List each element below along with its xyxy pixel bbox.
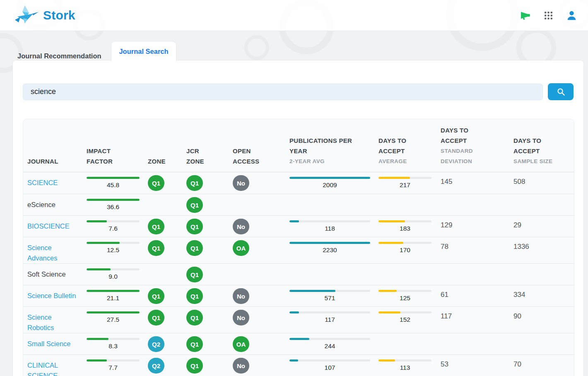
publications-cell: 117 [285, 307, 374, 333]
publications-bar-fill [289, 177, 370, 179]
days-to-accept-value: 113 [378, 364, 431, 371]
impact-factor-bar: 8.3 [87, 333, 140, 350]
zone-badge: Q2 [148, 358, 164, 374]
sample-size-value: 508 [513, 172, 572, 186]
days-std-value: 129 [441, 216, 507, 229]
publications-bar-track [289, 311, 370, 313]
journal-link[interactable]: Science Bulletin [27, 285, 80, 301]
days-to-accept-bar-fill [378, 177, 410, 179]
open-access-cell: No [229, 172, 285, 194]
tab-journal-recommendation[interactable]: Journal Recommendation [17, 52, 101, 60]
open-access-badge: No [233, 288, 249, 304]
impact-factor-bar: 45.8 [87, 172, 140, 189]
publications-bar-fill [289, 311, 299, 313]
search-button[interactable] [548, 83, 574, 100]
impact-factor-bar-track [87, 199, 140, 201]
brand[interactable]: Stork [15, 5, 75, 26]
impact-factor-bar: 36.6 [87, 194, 140, 211]
table-row: BIOSCIENCE7.6Q1Q1No11818312929 [23, 215, 574, 237]
jcr-zone-badge: Q1 [186, 288, 203, 304]
open-access-badge: No [233, 310, 249, 325]
publications-bar: 107 [289, 355, 370, 371]
publications-cell: 118 [285, 216, 374, 237]
account-icon[interactable] [566, 10, 577, 21]
days-to-accept-bar: 152 [378, 307, 431, 323]
table-row: CLINICALSCIENCE7.7Q2Q1No1071135370 [23, 354, 574, 376]
impact-factor-cell: 36.6 [82, 194, 144, 215]
impact-factor-bar-track [87, 220, 140, 222]
impact-factor-cell: 9.0 [82, 264, 144, 285]
days-std-value: 53 [441, 355, 507, 369]
impact-factor-bar-track [87, 290, 140, 292]
megaphone-icon[interactable] [519, 10, 531, 21]
column-header-days-to-accept-average: DAYS TO ACCEPT AVERAGE [374, 119, 436, 172]
topbar-icons [519, 10, 581, 21]
days-to-accept-bar-track [378, 290, 431, 292]
journal-name-line: SCIENCE [27, 371, 80, 376]
sample-size-value: 90 [513, 307, 572, 321]
journal-name-line: Advances [27, 253, 80, 263]
journal-link[interactable]: CLINICALSCIENCE [27, 355, 80, 376]
publications-bar: 2230 [289, 237, 370, 254]
sample-size-cell [509, 264, 574, 285]
journal-link[interactable]: BIOSCIENCE [27, 216, 80, 231]
days-std-cell: 53 [436, 355, 509, 376]
publications-bar-track [289, 220, 370, 222]
journal-link[interactable]: ScienceRobotics [27, 307, 80, 333]
impact-factor-bar: 7.6 [87, 216, 140, 232]
days-to-accept-value: 170 [378, 246, 431, 254]
open-access-badge: OA [233, 240, 249, 256]
journal-name-line: Small Science [27, 339, 80, 349]
table-row: eScience36.6Q1 [23, 194, 574, 215]
days-to-accept-value: 217 [378, 181, 431, 189]
zone-badge: Q2 [148, 336, 164, 352]
journal-cell: eScience [23, 194, 82, 215]
days-to-accept-bar: 125 [378, 285, 431, 302]
table-row: Soft Science9.0Q1 [23, 263, 574, 285]
publications-bar-track [289, 290, 370, 292]
column-header-days-to-accept-std: DAYS TO ACCEPT STANDARD DEVIATION [436, 119, 509, 172]
journal-cell: SCIENCE [23, 172, 82, 194]
days-to-accept-cell [374, 194, 436, 215]
publications-cell [285, 264, 374, 285]
sample-size-value: 70 [513, 355, 572, 369]
sample-size-cell: 70 [509, 355, 574, 376]
content-card: Journal Search JOURNAL IMPACT FACTOR ZON [12, 60, 584, 376]
jcr-zone-cell: Q1 [182, 264, 229, 285]
impact-factor-value: 21.1 [87, 294, 140, 302]
tab-bar: Journal Recommendation [0, 41, 588, 60]
days-to-accept-cell [374, 333, 436, 354]
impact-factor-bar: 9.0 [87, 264, 140, 280]
jcr-zone-cell: Q1 [182, 307, 229, 333]
search-input[interactable] [23, 84, 543, 100]
table-row: ScienceAdvances12.5Q1Q1OA2230170781336 [23, 237, 574, 263]
days-to-accept-cell: 170 [374, 237, 436, 263]
publications-cell: 107 [285, 355, 374, 376]
publications-value: 244 [289, 342, 370, 350]
journal-link[interactable]: ScienceAdvances [27, 237, 80, 263]
journal-name: eScience [27, 194, 80, 210]
zone-cell [144, 264, 182, 285]
days-std-value: 61 [441, 285, 507, 299]
journal-link[interactable]: Small Science [27, 333, 80, 349]
zone-cell: Q1 [144, 307, 182, 333]
journal-cell: Soft Science [23, 264, 82, 285]
sample-size-cell [509, 333, 574, 354]
publications-value: 2230 [289, 246, 370, 254]
days-to-accept-bar-track [378, 311, 431, 313]
days-to-accept-bar: 170 [378, 237, 431, 254]
impact-factor-bar-track [87, 268, 140, 270]
journal-cell: CLINICALSCIENCE [23, 355, 82, 376]
publications-bar-fill [289, 220, 299, 222]
open-access-cell [229, 264, 285, 285]
open-access-badge: No [233, 358, 249, 374]
impact-factor-bar-fill [87, 290, 140, 292]
days-std-cell: 61 [436, 285, 509, 306]
zone-cell [144, 194, 182, 215]
journal-name-line: Science [27, 312, 80, 323]
publications-value: 107 [289, 364, 370, 371]
apps-grid-icon[interactable] [542, 10, 554, 21]
jcr-zone-badge: Q1 [186, 197, 203, 213]
days-to-accept-bar-track [378, 359, 431, 362]
journal-link[interactable]: SCIENCE [27, 172, 80, 188]
